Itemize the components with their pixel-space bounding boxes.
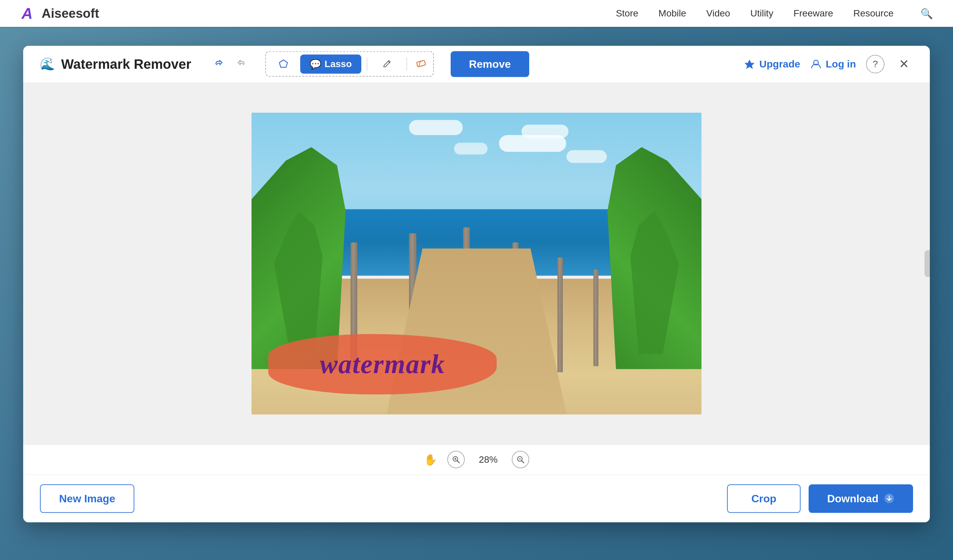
brush-icon [382,59,391,69]
undo-icon [213,59,223,69]
close-button[interactable]: ✕ [894,55,913,73]
login-button[interactable]: Log in [810,59,856,70]
svg-rect-3 [416,60,425,67]
hand-tool-icon[interactable]: ✋ [424,453,437,466]
nav-store[interactable]: Store [616,8,638,19]
lasso-label: Lasso [325,59,352,70]
nav-resource[interactable]: Resource [853,8,894,19]
post-6 [593,269,598,366]
tool-divider [367,57,367,71]
post-5 [557,257,563,372]
login-label: Log in [826,59,856,70]
cloud-2 [522,124,568,138]
user-icon [810,59,822,70]
cloud-4 [409,120,463,135]
navbar: A Aiseesoft Store Mobile Video Utility F… [0,0,953,27]
svg-line-12 [522,461,524,463]
footer-right-buttons: Crop Download [727,484,913,513]
nav-links: Store Mobile Video Utility Freeware Reso… [616,8,933,20]
new-image-button[interactable]: New Image [40,484,134,513]
header-right-actions: Upgrade Log in ? ✕ [744,55,913,73]
watermark-remover-dialog: 🌊 Watermark Remover [23,46,930,522]
logo[interactable]: A Aiseesoft [20,5,99,22]
nav-video[interactable]: Video [706,8,730,19]
brush-tool-button[interactable] [373,56,401,73]
lasso-tool-button[interactable]: 💬 Lasso [300,54,361,73]
dialog-header: 🌊 Watermark Remover [23,46,930,82]
watermark-icon: 🌊 [40,57,55,71]
image-container: watermark [251,112,702,415]
crop-button[interactable]: Crop [727,484,801,513]
scroll-tab[interactable] [925,250,930,277]
logo-text: Aiseesoft [42,6,99,21]
undo-button[interactable] [208,54,228,74]
svg-text:A: A [21,5,33,22]
zoom-bar: ✋ 28% [23,444,930,475]
redo-button[interactable] [232,54,252,74]
dialog-title-area: 🌊 Watermark Remover [40,56,191,71]
zoom-in-icon [452,456,460,464]
cloud-5 [567,150,607,163]
download-button[interactable]: Download [809,484,913,513]
remove-button[interactable]: Remove [451,51,529,77]
nav-utility[interactable]: Utility [750,8,773,19]
polygon-tool-button[interactable] [269,56,298,73]
zoom-out-icon [517,456,525,464]
nav-freeware[interactable]: Freeware [793,8,833,19]
canvas-area[interactable]: watermark [23,82,930,444]
watermark-text: watermark [268,334,497,394]
download-icon [884,493,894,504]
upgrade-label: Upgrade [759,59,800,70]
zoom-in-button[interactable] [447,451,465,469]
watermark-overlay: watermark [268,334,497,394]
tool-selector: 💬 Lasso [265,51,434,77]
lasso-icon: 💬 [310,59,321,70]
redo-icon [237,59,247,69]
logo-icon: A [20,5,37,22]
dialog-title: Watermark Remover [61,56,191,71]
dialog-footer: New Image Crop Download [23,475,930,522]
tool-divider-2 [406,57,407,71]
background-area: 🌊 Watermark Remover [0,27,953,560]
upgrade-icon [744,59,755,70]
eraser-icon [416,57,427,68]
search-icon[interactable]: 🔍 [920,8,933,20]
undo-redo-group [208,54,252,74]
nav-mobile[interactable]: Mobile [658,8,686,19]
svg-line-8 [457,461,459,463]
svg-marker-5 [745,60,754,69]
svg-marker-1 [279,60,287,67]
zoom-out-button[interactable] [512,451,529,469]
download-label: Download [827,492,878,504]
upgrade-button[interactable]: Upgrade [744,59,800,70]
eraser-tool-button[interactable] [412,54,430,74]
polygon-icon [279,59,288,69]
zoom-level-display: 28% [475,454,502,465]
help-button[interactable]: ? [866,55,885,73]
cloud-3 [454,142,487,154]
